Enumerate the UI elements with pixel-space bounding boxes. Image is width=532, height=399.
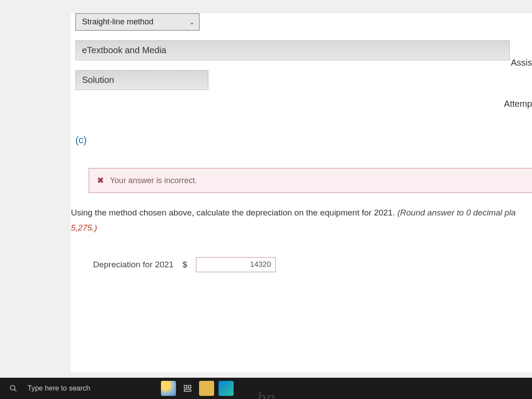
right-side-labels: Assis Attemp xyxy=(504,58,532,140)
svg-rect-2 xyxy=(184,385,187,388)
etextbook-panel[interactable]: eTextbook and Media xyxy=(75,40,510,60)
feedback-message: Your answer is incorrect. xyxy=(110,176,197,185)
hp-logo: hp xyxy=(257,389,275,399)
svg-rect-4 xyxy=(184,390,191,391)
svg-point-0 xyxy=(10,385,15,390)
weather-widget-icon[interactable] xyxy=(161,381,176,396)
question-instruction: (Round answer to 0 decimal pla xyxy=(397,208,516,217)
method-dropdown-value: Straight-line method xyxy=(82,17,153,26)
main-content: Straight-line method ⌄ eTextbook and Med… xyxy=(71,13,532,372)
question-main: Using the method chosen above, calculate… xyxy=(71,208,397,217)
taskbar-search-text[interactable]: Type here to search xyxy=(27,384,90,392)
question-example: 5,275.) xyxy=(71,221,532,235)
question-text: Using the method chosen above, calculate… xyxy=(71,206,532,235)
svg-line-1 xyxy=(14,389,16,391)
etextbook-label: eTextbook and Media xyxy=(82,45,166,55)
depreciation-input[interactable] xyxy=(196,257,276,272)
feedback-incorrect: ✖ Your answer is incorrect. xyxy=(89,168,532,193)
chevron-down-icon: ⌄ xyxy=(189,19,195,26)
svg-rect-3 xyxy=(188,385,191,388)
attempt-label: Attemp xyxy=(504,99,532,109)
task-view-icon[interactable] xyxy=(180,381,195,395)
x-icon: ✖ xyxy=(97,176,104,185)
assist-label: Assis xyxy=(504,58,532,68)
answer-label: Depreciation for 2021 xyxy=(93,260,174,270)
answer-row: Depreciation for 2021 $ xyxy=(93,257,532,272)
search-icon[interactable] xyxy=(6,381,20,395)
edge-browser-icon[interactable] xyxy=(219,381,234,396)
part-label: (c) xyxy=(75,134,532,146)
currency-symbol: $ xyxy=(183,260,188,270)
solution-panel[interactable]: Solution xyxy=(75,70,208,90)
solution-label: Solution xyxy=(82,75,114,85)
file-explorer-icon[interactable] xyxy=(199,381,214,396)
method-dropdown[interactable]: Straight-line method ⌄ xyxy=(75,13,200,31)
